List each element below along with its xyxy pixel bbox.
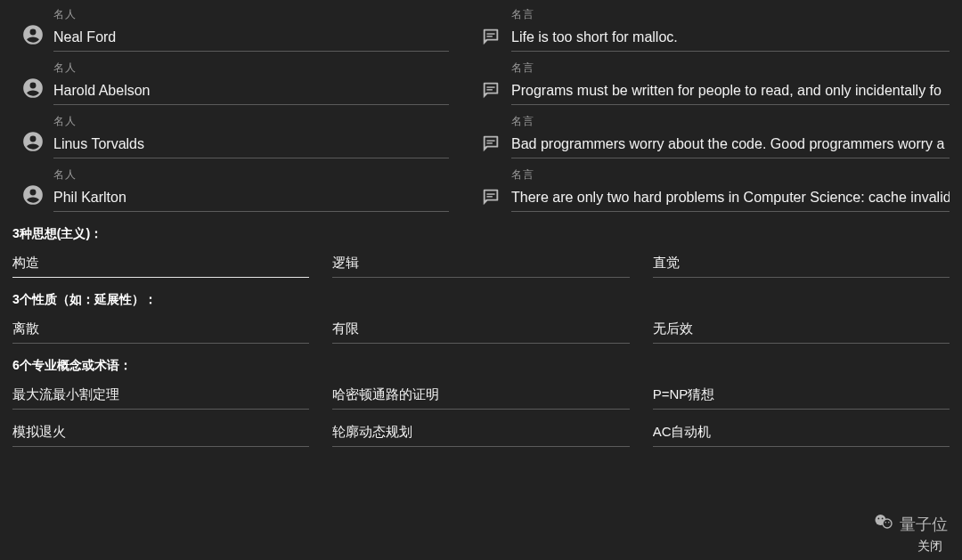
properties-row: 离散 有限 无后效 [12, 313, 950, 344]
person-label: 名人 [53, 61, 449, 76]
person-quote-row: 名人 Neal Ford 名言 Life is too short for ma… [12, 2, 950, 52]
watermark-text: 量子位 [900, 514, 948, 535]
section-heading-properties: 3个性质（如：延展性）： [12, 292, 950, 308]
quote-label: 名言 [511, 114, 950, 129]
term-input[interactable]: AC自动机 [653, 417, 950, 447]
person-quote-row: 名人 Linus Torvalds 名言 Bad programmers wor… [12, 109, 950, 158]
quote-input[interactable]: Bad programmers worry about the code. Go… [511, 133, 950, 158]
svg-rect-5 [486, 142, 492, 143]
chat-icon [470, 80, 511, 105]
terms-row-1: 最大流最小割定理 哈密顿通路的证明 P=NP猜想 [12, 379, 950, 410]
svg-rect-2 [486, 86, 494, 87]
person-column: 名人 Neal Ford [12, 2, 449, 52]
person-label: 名人 [53, 167, 449, 183]
close-button[interactable]: 关闭 [917, 539, 942, 555]
section-heading-thoughts: 3种思想(主义)： [12, 226, 950, 242]
person-column: 名人 Linus Torvalds [12, 109, 449, 158]
person-input[interactable]: Linus Torvalds [53, 133, 449, 158]
property-input[interactable]: 无后效 [653, 313, 950, 344]
svg-rect-7 [486, 196, 492, 197]
watermark: 量子位 [873, 511, 948, 537]
svg-rect-0 [486, 33, 494, 34]
property-input[interactable]: 有限 [332, 313, 629, 344]
quote-input[interactable]: Life is too short for malloc. [511, 26, 950, 52]
thoughts-row: 构造 逻辑 直觉 [12, 248, 950, 278]
person-input[interactable]: Harold Abelson [53, 79, 449, 105]
quote-column: 名言 Bad programmers worry about the code.… [470, 109, 950, 158]
person-icon [12, 130, 53, 158]
term-input[interactable]: 哈密顿通路的证明 [332, 379, 629, 410]
person-input[interactable]: Neal Ford [53, 26, 449, 52]
svg-rect-1 [486, 36, 492, 37]
svg-point-9 [883, 519, 892, 528]
quote-column: 名言 There are only two hard problems in C… [470, 162, 950, 212]
quote-label: 名言 [511, 7, 950, 22]
terms-row-2: 模拟退火 轮廓动态规划 AC自动机 [12, 417, 950, 447]
person-label: 名人 [53, 114, 449, 129]
term-input[interactable]: 最大流最小割定理 [12, 379, 309, 410]
svg-point-13 [888, 522, 890, 523]
thought-input[interactable]: 直觉 [653, 248, 950, 278]
svg-rect-6 [486, 193, 494, 194]
quote-input[interactable]: There are only two hard problems in Comp… [511, 186, 950, 212]
person-quote-row: 名人 Harold Abelson 名言 Programs must be wr… [12, 55, 950, 105]
person-column: 名人 Harold Abelson [12, 55, 449, 105]
person-label: 名人 [53, 7, 449, 22]
svg-rect-4 [486, 140, 494, 141]
quote-column: 名言 Life is too short for malloc. [470, 2, 950, 52]
svg-point-12 [885, 522, 886, 523]
term-input[interactable]: 模拟退火 [12, 417, 309, 447]
term-input[interactable]: P=NP猜想 [653, 379, 950, 410]
svg-point-11 [882, 518, 884, 520]
person-quote-row: 名人 Phil Karlton 名言 There are only two ha… [12, 162, 950, 212]
svg-point-10 [878, 518, 880, 520]
chat-icon [470, 134, 511, 158]
chat-icon [470, 187, 511, 212]
person-icon [12, 77, 53, 105]
quote-input[interactable]: Programs must be written for people to r… [511, 79, 950, 105]
quote-column: 名言 Programs must be written for people t… [470, 55, 950, 105]
person-column: 名人 Phil Karlton [12, 162, 449, 212]
quote-label: 名言 [511, 61, 950, 76]
person-input[interactable]: Phil Karlton [53, 186, 449, 212]
chat-icon [470, 27, 511, 52]
quote-label: 名言 [511, 167, 950, 183]
thought-input[interactable]: 逻辑 [332, 248, 629, 278]
wechat-icon [873, 511, 894, 537]
person-icon [12, 23, 53, 52]
term-input[interactable]: 轮廓动态规划 [332, 417, 629, 447]
person-icon [12, 183, 53, 212]
property-input[interactable]: 离散 [12, 313, 309, 344]
thought-input[interactable]: 构造 [12, 248, 309, 278]
section-heading-terms: 6个专业概念或术语： [12, 358, 950, 374]
svg-rect-3 [486, 89, 492, 90]
